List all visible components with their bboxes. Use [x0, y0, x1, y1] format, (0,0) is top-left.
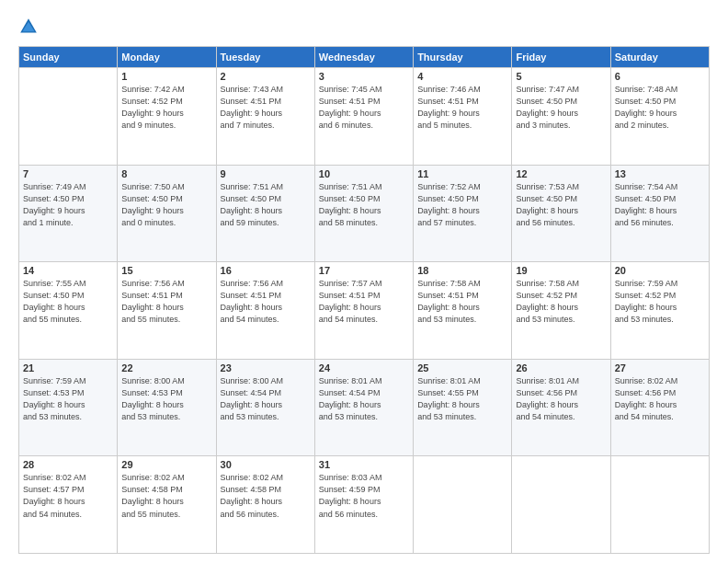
- day-info: Sunrise: 7:51 AM Sunset: 4:50 PM Dayligh…: [319, 181, 409, 229]
- day-number: 25: [417, 362, 507, 373]
- day-cell: 24Sunrise: 8:01 AM Sunset: 4:54 PM Dayli…: [314, 359, 413, 456]
- day-number: 8: [121, 168, 211, 179]
- day-number: 7: [23, 168, 113, 179]
- day-number: 19: [516, 265, 606, 276]
- weekday-header-sunday: Sunday: [19, 47, 118, 68]
- day-number: 6: [615, 71, 705, 82]
- day-info: Sunrise: 7:58 AM Sunset: 4:52 PM Dayligh…: [516, 278, 606, 326]
- day-cell: 21Sunrise: 7:59 AM Sunset: 4:53 PM Dayli…: [19, 359, 118, 456]
- day-info: Sunrise: 8:01 AM Sunset: 4:56 PM Dayligh…: [516, 375, 606, 423]
- day-number: 2: [221, 71, 311, 82]
- logo: [18, 17, 42, 37]
- header: [18, 17, 710, 37]
- day-cell: [414, 456, 512, 554]
- day-number: 5: [516, 71, 606, 82]
- day-number: 20: [615, 265, 705, 276]
- day-number: 11: [417, 168, 507, 179]
- day-cell: 12Sunrise: 7:53 AM Sunset: 4:50 PM Dayli…: [512, 165, 610, 262]
- day-info: Sunrise: 7:55 AM Sunset: 4:50 PM Dayligh…: [23, 278, 113, 326]
- day-cell: 18Sunrise: 7:58 AM Sunset: 4:51 PM Dayli…: [414, 262, 512, 360]
- day-info: Sunrise: 8:02 AM Sunset: 4:57 PM Dayligh…: [23, 472, 113, 520]
- day-cell: 22Sunrise: 8:00 AM Sunset: 4:53 PM Dayli…: [118, 359, 216, 456]
- day-info: Sunrise: 8:03 AM Sunset: 4:59 PM Dayligh…: [319, 472, 409, 520]
- day-number: 24: [319, 362, 409, 373]
- day-number: 3: [319, 71, 409, 82]
- day-info: Sunrise: 8:02 AM Sunset: 4:56 PM Dayligh…: [615, 375, 705, 423]
- day-number: 22: [121, 362, 211, 373]
- weekday-header-wednesday: Wednesday: [314, 47, 413, 68]
- day-cell: 4Sunrise: 7:46 AM Sunset: 4:51 PM Daylig…: [414, 68, 512, 166]
- day-cell: 19Sunrise: 7:58 AM Sunset: 4:52 PM Dayli…: [512, 262, 610, 360]
- day-cell: [19, 68, 118, 166]
- day-info: Sunrise: 8:02 AM Sunset: 4:58 PM Dayligh…: [221, 472, 311, 520]
- day-number: 17: [319, 265, 409, 276]
- day-cell: 5Sunrise: 7:47 AM Sunset: 4:50 PM Daylig…: [512, 68, 610, 166]
- logo-icon: [18, 17, 39, 37]
- day-info: Sunrise: 7:56 AM Sunset: 4:51 PM Dayligh…: [121, 278, 211, 326]
- day-info: Sunrise: 8:01 AM Sunset: 4:54 PM Dayligh…: [319, 375, 409, 423]
- day-cell: 1Sunrise: 7:42 AM Sunset: 4:52 PM Daylig…: [118, 68, 216, 166]
- day-cell: 15Sunrise: 7:56 AM Sunset: 4:51 PM Dayli…: [118, 262, 216, 360]
- day-info: Sunrise: 7:52 AM Sunset: 4:50 PM Dayligh…: [417, 181, 507, 229]
- calendar-table: SundayMondayTuesdayWednesdayThursdayFrid…: [18, 46, 710, 554]
- day-number: 16: [221, 265, 311, 276]
- week-row-5: 28Sunrise: 8:02 AM Sunset: 4:57 PM Dayli…: [19, 456, 710, 554]
- day-info: Sunrise: 8:02 AM Sunset: 4:58 PM Dayligh…: [121, 472, 211, 520]
- day-info: Sunrise: 7:46 AM Sunset: 4:51 PM Dayligh…: [417, 84, 507, 132]
- day-cell: 31Sunrise: 8:03 AM Sunset: 4:59 PM Dayli…: [314, 456, 413, 554]
- day-info: Sunrise: 7:49 AM Sunset: 4:50 PM Dayligh…: [23, 181, 113, 229]
- day-number: 1: [121, 71, 211, 82]
- week-row-2: 7Sunrise: 7:49 AM Sunset: 4:50 PM Daylig…: [19, 165, 710, 262]
- day-info: Sunrise: 7:54 AM Sunset: 4:50 PM Dayligh…: [615, 181, 705, 229]
- day-number: 12: [516, 168, 606, 179]
- day-info: Sunrise: 7:51 AM Sunset: 4:50 PM Dayligh…: [221, 181, 311, 229]
- day-cell: 17Sunrise: 7:57 AM Sunset: 4:51 PM Dayli…: [314, 262, 413, 360]
- day-cell: 7Sunrise: 7:49 AM Sunset: 4:50 PM Daylig…: [19, 165, 118, 262]
- day-info: Sunrise: 8:00 AM Sunset: 4:53 PM Dayligh…: [121, 375, 211, 423]
- day-info: Sunrise: 7:53 AM Sunset: 4:50 PM Dayligh…: [516, 181, 606, 229]
- week-row-3: 14Sunrise: 7:55 AM Sunset: 4:50 PM Dayli…: [19, 262, 710, 360]
- day-number: 15: [121, 265, 211, 276]
- day-cell: 6Sunrise: 7:48 AM Sunset: 4:50 PM Daylig…: [610, 68, 709, 166]
- day-number: 30: [221, 459, 311, 470]
- day-info: Sunrise: 7:59 AM Sunset: 4:52 PM Dayligh…: [615, 278, 705, 326]
- day-number: 26: [516, 362, 606, 373]
- day-info: Sunrise: 7:48 AM Sunset: 4:50 PM Dayligh…: [615, 84, 705, 132]
- day-cell: 11Sunrise: 7:52 AM Sunset: 4:50 PM Dayli…: [414, 165, 512, 262]
- day-cell: 20Sunrise: 7:59 AM Sunset: 4:52 PM Dayli…: [610, 262, 709, 360]
- day-info: Sunrise: 7:43 AM Sunset: 4:51 PM Dayligh…: [221, 84, 311, 132]
- day-cell: 10Sunrise: 7:51 AM Sunset: 4:50 PM Dayli…: [314, 165, 413, 262]
- weekday-header-saturday: Saturday: [610, 47, 709, 68]
- day-cell: 2Sunrise: 7:43 AM Sunset: 4:51 PM Daylig…: [216, 68, 314, 166]
- day-cell: 30Sunrise: 8:02 AM Sunset: 4:58 PM Dayli…: [216, 456, 314, 554]
- page: SundayMondayTuesdayWednesdayThursdayFrid…: [0, 0, 728, 563]
- day-info: Sunrise: 7:57 AM Sunset: 4:51 PM Dayligh…: [319, 278, 409, 326]
- weekday-header-row: SundayMondayTuesdayWednesdayThursdayFrid…: [19, 47, 710, 68]
- day-info: Sunrise: 8:01 AM Sunset: 4:55 PM Dayligh…: [417, 375, 507, 423]
- weekday-header-tuesday: Tuesday: [216, 47, 314, 68]
- day-number: 9: [221, 168, 311, 179]
- day-cell: [610, 456, 709, 554]
- day-info: Sunrise: 7:45 AM Sunset: 4:51 PM Dayligh…: [319, 84, 409, 132]
- weekday-header-monday: Monday: [118, 47, 216, 68]
- day-info: Sunrise: 7:50 AM Sunset: 4:50 PM Dayligh…: [121, 181, 211, 229]
- day-number: 14: [23, 265, 113, 276]
- day-cell: 27Sunrise: 8:02 AM Sunset: 4:56 PM Dayli…: [610, 359, 709, 456]
- day-info: Sunrise: 7:58 AM Sunset: 4:51 PM Dayligh…: [417, 278, 507, 326]
- day-cell: 29Sunrise: 8:02 AM Sunset: 4:58 PM Dayli…: [118, 456, 216, 554]
- day-cell: 13Sunrise: 7:54 AM Sunset: 4:50 PM Dayli…: [610, 165, 709, 262]
- day-number: 28: [23, 459, 113, 470]
- weekday-header-thursday: Thursday: [414, 47, 512, 68]
- day-cell: [512, 456, 610, 554]
- day-cell: 23Sunrise: 8:00 AM Sunset: 4:54 PM Dayli…: [216, 359, 314, 456]
- day-info: Sunrise: 8:00 AM Sunset: 4:54 PM Dayligh…: [221, 375, 311, 423]
- day-number: 23: [221, 362, 311, 373]
- day-info: Sunrise: 7:47 AM Sunset: 4:50 PM Dayligh…: [516, 84, 606, 132]
- day-number: 27: [615, 362, 705, 373]
- day-info: Sunrise: 7:42 AM Sunset: 4:52 PM Dayligh…: [121, 84, 211, 132]
- day-number: 18: [417, 265, 507, 276]
- week-row-1: 1Sunrise: 7:42 AM Sunset: 4:52 PM Daylig…: [19, 68, 710, 166]
- day-cell: 8Sunrise: 7:50 AM Sunset: 4:50 PM Daylig…: [118, 165, 216, 262]
- day-cell: 14Sunrise: 7:55 AM Sunset: 4:50 PM Dayli…: [19, 262, 118, 360]
- weekday-header-friday: Friday: [512, 47, 610, 68]
